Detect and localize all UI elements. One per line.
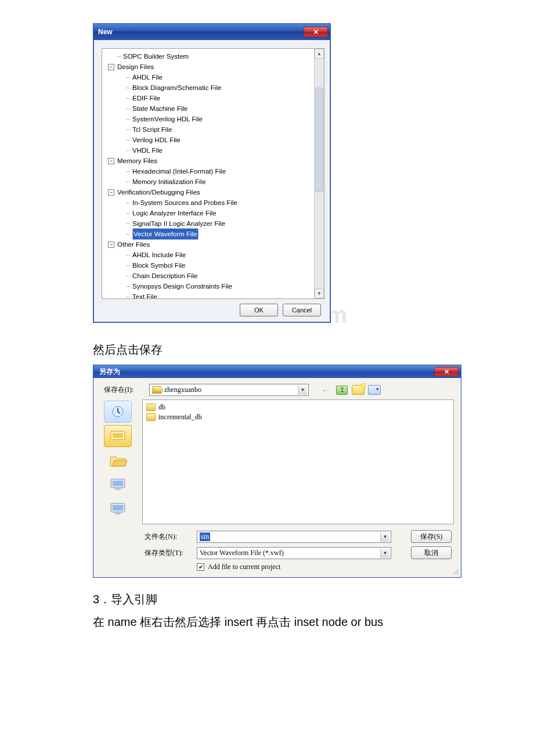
save-in-combo[interactable]: zhengxuanbo ▼ xyxy=(149,384,309,396)
tree-connector-icon xyxy=(127,119,130,120)
tree-item-label: Memory Initialization File xyxy=(132,177,206,187)
dropdown-icon[interactable]: ▼ xyxy=(380,532,389,542)
view-menu-icon[interactable] xyxy=(368,384,381,396)
tree-item-label: Hexadecimal (Intel-Format) File xyxy=(132,166,226,177)
dropdown-icon[interactable]: ▼ xyxy=(380,548,389,558)
tree-connector-icon xyxy=(127,255,130,255)
place-computer[interactable] xyxy=(104,474,132,496)
tree-item[interactable]: SignalTap II Logic Analyzer File xyxy=(104,218,312,229)
expando-icon[interactable]: − xyxy=(108,189,114,196)
tree-item-label: Memory Files xyxy=(117,156,157,166)
tree-item[interactable]: Block Symbol File xyxy=(104,260,312,271)
filetype-value: Vector Waveform File (*.vwf) xyxy=(200,549,284,557)
file-type-tree[interactable]: SOPC Builder System−Design FilesAHDL Fil… xyxy=(102,48,324,299)
new-dialog-titlebar[interactable]: New ✕ xyxy=(93,24,330,40)
up-one-level-icon[interactable] xyxy=(335,384,348,396)
tree-item[interactable]: Logic Analyzer Interface File xyxy=(104,208,312,218)
tree-item[interactable]: VHDL File xyxy=(104,145,312,156)
place-desktop[interactable] xyxy=(104,425,132,447)
tree-item-label: Other Files xyxy=(117,239,150,250)
tree-connector-icon xyxy=(127,182,130,182)
tree-item[interactable]: Block Diagram/Schematic File xyxy=(104,82,312,93)
tree-connector-icon xyxy=(127,140,130,141)
cancel-button[interactable]: 取消 xyxy=(411,546,452,559)
tree-item-label: Verification/Debugging Files xyxy=(117,187,200,197)
place-network[interactable] xyxy=(104,498,132,520)
file-name: db xyxy=(158,403,165,412)
expando-icon[interactable]: − xyxy=(108,242,114,248)
tree-item-label: Tcl Script File xyxy=(132,124,172,135)
expando-icon[interactable]: − xyxy=(108,158,114,164)
tree-item-label: Design Files xyxy=(117,62,154,72)
tree-item-label: Block Diagram/Schematic File xyxy=(132,82,221,93)
tree-item[interactable]: Hexadecimal (Intel-Format) File xyxy=(104,166,312,177)
save-as-titlebar[interactable]: 另存为 ✕ xyxy=(93,365,461,378)
tree-item[interactable]: Chain Description File xyxy=(104,271,312,281)
dropdown-icon[interactable]: ▼ xyxy=(298,385,307,395)
tree-item[interactable]: SOPC Builder System xyxy=(104,51,312,62)
svg-line-11 xyxy=(457,574,459,575)
tree-item[interactable]: Text File xyxy=(104,291,312,299)
tree-item[interactable]: −Design Files xyxy=(104,62,312,72)
new-folder-icon[interactable] xyxy=(352,384,365,396)
tree-item-label: Chain Description File xyxy=(132,271,198,281)
tree-item[interactable]: Verilog HDL File xyxy=(104,135,312,145)
tree-item[interactable]: In-System Sources and Probes File xyxy=(104,197,312,208)
add-to-project-checkbox[interactable]: ✔ xyxy=(197,563,204,571)
tree-item-label: SOPC Builder System xyxy=(123,51,189,62)
tree-item[interactable]: SystemVerilog HDL File xyxy=(104,114,312,124)
tree-item[interactable]: State Machine File xyxy=(104,103,312,114)
file-list[interactable]: dbincremental_db xyxy=(142,399,454,524)
tree-connector-icon xyxy=(127,98,130,99)
tree-item[interactable]: AHDL File xyxy=(104,72,312,82)
file-list-item[interactable]: incremental_db xyxy=(146,412,450,422)
desktop-icon xyxy=(109,429,127,443)
places-bar xyxy=(104,399,139,524)
file-name: incremental_db xyxy=(158,413,202,422)
tree-item[interactable]: AHDL Include File xyxy=(104,250,312,260)
save-as-title: 另存为 xyxy=(99,367,120,377)
scroll-thumb[interactable] xyxy=(315,88,323,192)
tree-connector-icon xyxy=(127,276,130,276)
filename-combo[interactable]: sin ▼ xyxy=(197,531,391,543)
back-icon[interactable]: ← xyxy=(319,384,332,396)
tree-item-label: Text File xyxy=(132,291,157,299)
place-recent[interactable] xyxy=(104,401,132,423)
tree-item-label: SystemVerilog HDL File xyxy=(132,114,203,124)
tree-item[interactable]: −Memory Files xyxy=(104,156,312,166)
save-button[interactable]: 保存(S) xyxy=(411,530,452,543)
tree-item[interactable]: −Verification/Debugging Files xyxy=(104,187,312,197)
close-button[interactable]: ✕ xyxy=(304,27,328,37)
expando-icon[interactable]: − xyxy=(108,64,114,70)
svg-rect-4 xyxy=(113,481,123,486)
filetype-label: 保存类型(T): xyxy=(145,548,197,558)
scroll-track[interactable] xyxy=(315,59,324,289)
new-dialog-title: New xyxy=(98,28,113,36)
tree-item[interactable]: Vector Waveform File xyxy=(104,229,312,239)
documents-icon xyxy=(108,452,128,469)
tree-item[interactable]: EDIF File xyxy=(104,93,312,103)
tree-connector-icon xyxy=(127,224,130,224)
save-as-body: 保存在(I): zhengxuanbo ▼ ← xyxy=(93,378,461,577)
close-button[interactable]: ✕ xyxy=(434,367,459,376)
tree-scrollbar[interactable]: ▲ ▼ xyxy=(314,49,324,298)
resize-grip[interactable] xyxy=(451,567,459,575)
tree-item[interactable]: −Other Files xyxy=(104,239,312,250)
scroll-down-button[interactable]: ▼ xyxy=(315,289,324,298)
tree-connector-icon xyxy=(127,203,130,203)
tree-item-label: Block Symbol File xyxy=(132,260,185,271)
new-dialog-body: SOPC Builder System−Design FilesAHDL Fil… xyxy=(93,40,330,322)
tree-item-label: EDIF File xyxy=(132,93,160,103)
tree-item-label: State Machine File xyxy=(132,103,187,114)
tree-item[interactable]: Synopsys Design Constraints File xyxy=(104,281,312,291)
ok-button[interactable]: OK xyxy=(240,304,278,316)
place-documents[interactable] xyxy=(104,449,132,471)
save-in-value: zhengxuanbo xyxy=(164,386,201,394)
file-list-item[interactable]: db xyxy=(146,402,450,412)
tree-item[interactable]: Memory Initialization File xyxy=(104,177,312,187)
scroll-up-button[interactable]: ▲ xyxy=(315,49,324,59)
tree-item-label: Synopsys Design Constraints File xyxy=(132,281,232,291)
tree-item[interactable]: Tcl Script File xyxy=(104,124,312,135)
filetype-combo[interactable]: Vector Waveform File (*.vwf) ▼ xyxy=(197,547,391,559)
cancel-button[interactable]: Cancel xyxy=(283,304,321,316)
